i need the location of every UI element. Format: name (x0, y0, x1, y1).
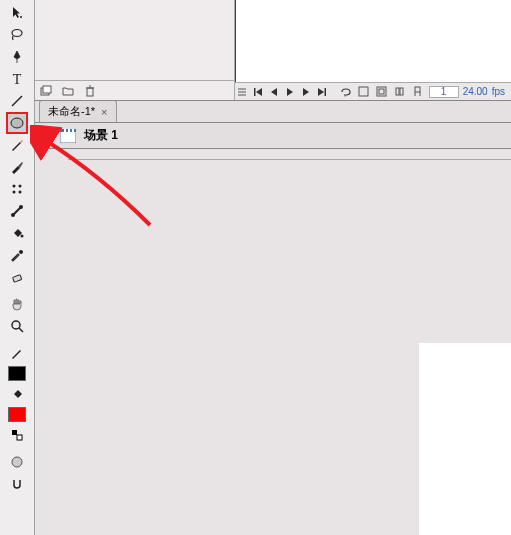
onion-outline-icon[interactable] (375, 85, 389, 99)
svg-rect-40 (68, 129, 70, 132)
stroke-swatch[interactable] (8, 366, 26, 381)
playhead[interactable] (235, 0, 236, 84)
document-tab-label: 未命名-1* (48, 104, 95, 119)
next-frame-button[interactable] (299, 85, 313, 99)
scene-name: 场景 1 (84, 127, 118, 144)
svg-rect-21 (87, 88, 93, 96)
stage-area[interactable] (35, 149, 511, 535)
svg-rect-30 (377, 87, 386, 96)
edit-frames-icon[interactable] (393, 85, 407, 99)
timeline-options-icon[interactable] (235, 85, 249, 99)
svg-point-12 (19, 250, 23, 254)
svg-rect-34 (415, 87, 420, 92)
horizontal-scrollbar[interactable] (68, 149, 511, 160)
svg-rect-41 (72, 129, 74, 132)
svg-point-9 (11, 213, 15, 217)
svg-point-1 (12, 30, 22, 37)
svg-line-15 (19, 328, 23, 332)
stroke-color-tool[interactable] (6, 342, 28, 364)
svg-point-6 (19, 185, 22, 188)
document-tab-bar: 未命名-1* × (35, 101, 511, 123)
scene-bar: ⇦ 场景 1 (35, 123, 511, 149)
svg-rect-27 (254, 88, 256, 96)
svg-point-10 (19, 205, 23, 209)
svg-point-14 (12, 321, 20, 329)
hand-tool[interactable] (6, 293, 28, 315)
first-frame-button[interactable] (251, 85, 265, 99)
delete-layer-icon[interactable] (83, 84, 97, 98)
svg-point-18 (12, 457, 22, 467)
current-frame-input[interactable] (429, 86, 459, 98)
svg-rect-39 (64, 129, 66, 132)
new-layer-icon[interactable] (39, 84, 53, 98)
svg-point-5 (13, 185, 16, 188)
fps-value[interactable]: 24.00 (463, 86, 488, 97)
eyedropper-tool[interactable] (6, 244, 28, 266)
bucket-tool[interactable] (6, 222, 28, 244)
svg-text:T: T (13, 72, 22, 86)
svg-point-4 (11, 118, 23, 128)
toolbox: T (0, 0, 35, 535)
pencil-tool[interactable] (6, 134, 28, 156)
onion-skin-icon[interactable] (357, 85, 371, 99)
svg-point-8 (19, 191, 22, 194)
svg-line-3 (12, 96, 22, 106)
bone-tool[interactable] (6, 200, 28, 222)
svg-rect-33 (400, 88, 403, 95)
pen-tool[interactable] (6, 46, 28, 68)
layer-list[interactable] (35, 0, 234, 80)
deco-tool[interactable] (6, 178, 28, 200)
svg-rect-32 (396, 88, 399, 95)
new-folder-icon[interactable] (61, 84, 75, 98)
svg-rect-28 (325, 88, 327, 96)
play-button[interactable] (283, 85, 297, 99)
back-arrow-icon[interactable]: ⇦ (43, 129, 52, 142)
last-frame-button[interactable] (315, 85, 329, 99)
selection-tool[interactable] (6, 2, 28, 24)
scene-icon (60, 129, 76, 143)
brush-tool[interactable] (6, 156, 28, 178)
svg-rect-20 (43, 86, 51, 93)
oval-tool[interactable] (6, 112, 28, 134)
swap-colors[interactable] (6, 424, 28, 446)
svg-point-11 (21, 235, 24, 238)
timeline-panel: 24.00 fps (35, 0, 511, 101)
marker-icon[interactable] (411, 85, 425, 99)
svg-rect-17 (17, 435, 22, 440)
line-tool[interactable] (6, 90, 28, 112)
fill-swatch[interactable] (8, 407, 26, 422)
text-tool[interactable]: T (6, 68, 28, 90)
close-tab-icon[interactable]: × (101, 106, 107, 118)
prev-frame-button[interactable] (267, 85, 281, 99)
svg-rect-13 (13, 275, 22, 282)
svg-rect-37 (60, 131, 76, 143)
eraser-tool[interactable] (6, 266, 28, 288)
svg-rect-16 (12, 430, 17, 435)
option-1[interactable] (6, 451, 28, 473)
svg-rect-29 (359, 87, 368, 96)
lasso-tool[interactable] (6, 24, 28, 46)
svg-rect-31 (379, 89, 384, 94)
svg-point-0 (20, 16, 22, 18)
stage-canvas[interactable] (419, 343, 511, 535)
snap-option[interactable] (6, 473, 28, 495)
loop-button[interactable] (339, 85, 353, 99)
fill-color-tool[interactable] (6, 383, 28, 405)
document-tab[interactable]: 未命名-1* × (39, 100, 117, 122)
zoom-tool[interactable] (6, 315, 28, 337)
fps-label: fps (492, 86, 505, 97)
svg-point-7 (13, 191, 16, 194)
